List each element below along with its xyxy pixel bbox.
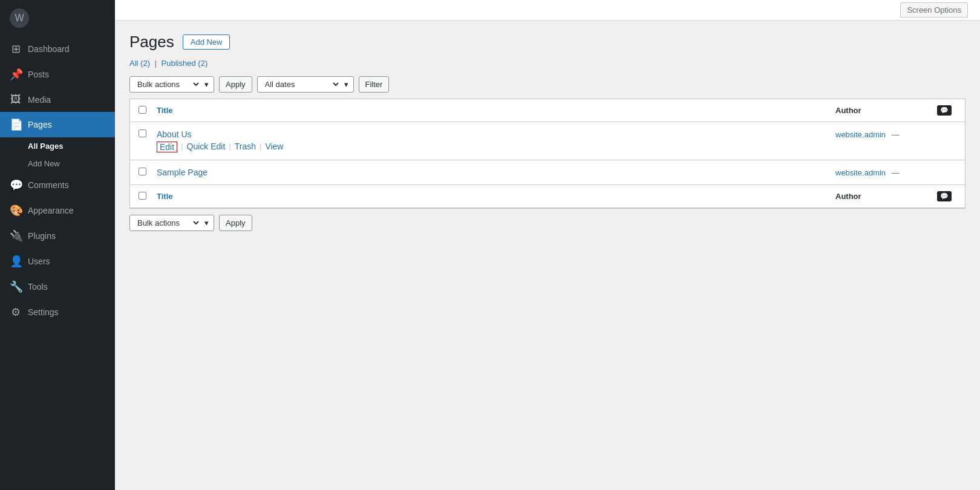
bulk-actions-select-top[interactable]: Bulk actions Edit Move to Trash ▾ <box>129 76 214 93</box>
all-dates-select[interactable]: All dates ▾ <box>257 76 354 93</box>
page-title-link-sample-page[interactable]: Sample Page <box>157 168 207 177</box>
posts-icon: 📌 <box>10 68 22 81</box>
topbar: Screen Options <box>115 0 980 21</box>
bulk-actions-select-bottom[interactable]: Bulk actions Edit Move to Trash ▾ <box>129 215 214 231</box>
view-link-about-us[interactable]: View <box>265 142 283 152</box>
filter-published-link[interactable]: Published (2) <box>162 59 208 68</box>
row-checkbox-about-us[interactable] <box>139 129 146 137</box>
filter-button[interactable]: Filter <box>359 76 390 93</box>
pages-icon: 📄 <box>10 118 22 131</box>
comments-icon: 💬 <box>10 178 22 192</box>
sidebar-logo: W <box>0 0 115 36</box>
table-header: Title Author 💬 <box>130 99 965 122</box>
filter-sep: | <box>155 59 159 68</box>
page-header: Pages Add New <box>129 33 965 51</box>
bulk-actions-dropdown-top[interactable]: Bulk actions Edit Move to Trash <box>135 79 201 90</box>
footer-comments: 💬 <box>932 191 956 201</box>
pages-submenu: All Pages Add New <box>0 137 115 172</box>
sidebar-item-settings[interactable]: ⚙ Settings <box>0 299 115 325</box>
filter-links: All (2) | Published (2) <box>129 59 965 68</box>
sidebar-item-media[interactable]: 🖼 Media <box>0 87 115 112</box>
row-checkbox-cell <box>139 129 157 139</box>
settings-icon: ⚙ <box>10 305 22 319</box>
row-title-sample-page: Sample Page <box>157 168 835 177</box>
footer-checkbox-cell <box>139 192 157 201</box>
sidebar-item-label: Pages <box>28 120 52 129</box>
sidebar-item-label: Users <box>28 256 50 266</box>
sidebar-subitem-all-pages[interactable]: All Pages <box>0 137 115 155</box>
chevron-down-icon: ▾ <box>204 80 209 89</box>
appearance-icon: 🎨 <box>10 204 22 217</box>
footer-title[interactable]: Title <box>157 192 835 201</box>
row-checkbox-sample-page[interactable] <box>139 168 146 175</box>
table-row: Sample Page website.admin — <box>130 160 965 185</box>
quick-edit-link-about-us[interactable]: Quick Edit <box>187 142 226 152</box>
row-author-about-us: website.admin — <box>835 129 932 139</box>
plugins-icon: 🔌 <box>10 229 22 243</box>
footer-author: Author <box>835 192 932 201</box>
row-actions-about-us: Edit | Quick Edit | Trash | View <box>157 142 835 152</box>
bottom-toolbar: Bulk actions Edit Move to Trash ▾ Apply <box>129 215 965 231</box>
sidebar-item-label: Media <box>28 95 51 105</box>
sidebar-subitem-add-new[interactable]: Add New <box>0 155 115 172</box>
sidebar-item-pages[interactable]: 📄 Pages <box>0 112 115 137</box>
sidebar-item-comments[interactable]: 💬 Comments <box>0 172 115 198</box>
pages-table: Title Author 💬 About Us Edit <box>129 99 965 209</box>
sidebar: W ⊞ Dashboard 📌 Posts 🖼 Media 📄 Pages Al… <box>0 0 115 490</box>
content-area: Pages Add New All (2) | Published (2) Bu… <box>115 21 980 490</box>
apply-button-bottom[interactable]: Apply <box>219 215 252 231</box>
dashboard-icon: ⊞ <box>10 42 22 56</box>
comments-bubble-header: 💬 <box>937 105 952 116</box>
sidebar-item-plugins[interactable]: 🔌 Plugins <box>0 223 115 249</box>
wordpress-icon: W <box>10 8 29 28</box>
sidebar-item-dashboard[interactable]: ⊞ Dashboard <box>0 36 115 62</box>
sidebar-item-posts[interactable]: 📌 Posts <box>0 62 115 87</box>
sidebar-item-label: Appearance <box>28 206 74 215</box>
row-title-about-us: About Us Edit | Quick Edit | Trash | Vie… <box>157 129 835 152</box>
sidebar-item-label: Settings <box>28 307 59 317</box>
page-title-link-about-us[interactable]: About Us <box>157 129 192 139</box>
table-footer-header: Title Author 💬 <box>130 185 965 208</box>
select-all-checkbox-top[interactable] <box>139 106 146 114</box>
header-comments: 💬 <box>932 105 956 116</box>
top-toolbar: Bulk actions Edit Move to Trash ▾ Apply … <box>129 76 965 93</box>
sidebar-item-label: Tools <box>28 282 48 292</box>
row-author-sample-page: website.admin — <box>835 168 932 177</box>
sidebar-item-appearance[interactable]: 🎨 Appearance <box>0 198 115 223</box>
page-title: Pages <box>129 33 174 51</box>
screen-options-button[interactable]: Screen Options <box>900 2 968 18</box>
add-new-button[interactable]: Add New <box>183 34 230 50</box>
tools-icon: 🔧 <box>10 280 22 293</box>
sidebar-item-label: Plugins <box>28 231 56 241</box>
main-area: Screen Options Pages Add New All (2) | P… <box>115 0 980 490</box>
all-pages-label: All Pages <box>28 142 64 151</box>
dates-dropdown[interactable]: All dates <box>263 79 341 90</box>
sidebar-item-label: Comments <box>28 180 69 190</box>
chevron-down-icon: ▾ <box>204 218 209 227</box>
add-new-label: Add New <box>28 159 60 168</box>
filter-all-link[interactable]: All (2) <box>129 59 152 68</box>
table-row: About Us Edit | Quick Edit | Trash | Vie… <box>130 122 965 160</box>
bulk-actions-dropdown-bottom[interactable]: Bulk actions Edit Move to Trash <box>135 218 201 228</box>
chevron-down-icon: ▾ <box>344 80 348 89</box>
apply-button-top[interactable]: Apply <box>219 76 252 93</box>
users-icon: 👤 <box>10 255 22 268</box>
header-checkbox-cell <box>139 106 157 116</box>
sidebar-item-tools[interactable]: 🔧 Tools <box>0 274 115 299</box>
comments-bubble-footer: 💬 <box>937 191 952 201</box>
select-all-checkbox-bottom[interactable] <box>139 192 146 200</box>
edit-link-about-us[interactable]: Edit <box>157 142 177 152</box>
header-title[interactable]: Title <box>157 106 835 115</box>
sidebar-item-label: Dashboard <box>28 44 70 54</box>
row-checkbox-cell <box>139 168 157 177</box>
media-icon: 🖼 <box>10 93 22 106</box>
header-author: Author <box>835 106 932 115</box>
trash-link-about-us[interactable]: Trash <box>235 142 256 152</box>
sidebar-item-users[interactable]: 👤 Users <box>0 249 115 274</box>
sidebar-item-label: Posts <box>28 70 49 79</box>
